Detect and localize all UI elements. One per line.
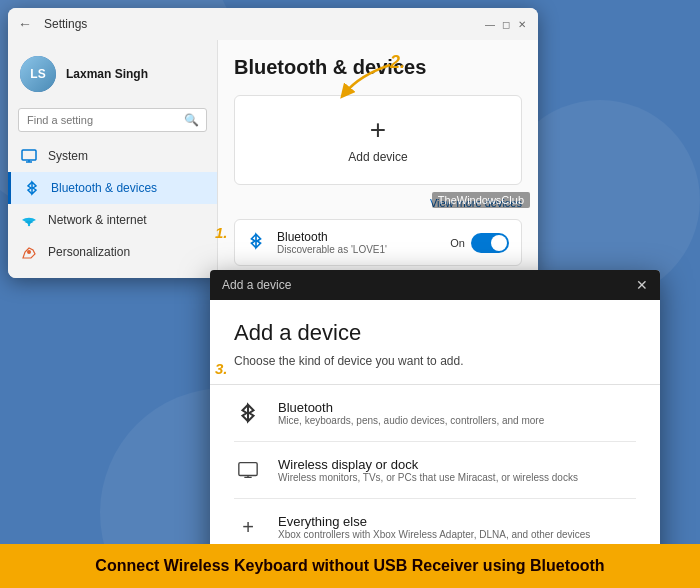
sidebar-item-network[interactable]: Network & internet [8,204,217,236]
step2-label: 2. [390,52,405,73]
banner-text: Connect Wireless Keyboard without USB Re… [95,557,604,575]
dialog-body: Add a device Choose the kind of device y… [210,300,660,575]
search-box: 🔍 [18,108,207,132]
network-icon [20,211,38,229]
dialog-wireless-icon [234,456,262,484]
bluetooth-on-label: On [450,237,465,249]
minimize-button[interactable]: ― [484,18,496,30]
sidebar-item-personalization[interactable]: Personalization [8,236,217,268]
sidebar-item-bluetooth-label: Bluetooth & devices [51,181,157,195]
bluetooth-icon [247,232,265,254]
add-device-card[interactable]: + Add device [234,95,522,185]
avatar: LS [20,56,56,92]
dialog-option-everything-info: Everything else Xbox controllers with Xb… [278,514,590,540]
svg-rect-0 [22,150,36,160]
add-device-label: Add device [348,150,407,164]
sidebar: LS Laxman Singh 🔍 System [8,40,218,278]
bluetooth-info: Bluetooth Discoverable as 'LOVE1' [277,230,438,255]
sidebar-item-apps-label: Apps [48,277,75,278]
wireless-option-title: Wireless display or dock [278,457,578,472]
bluetooth-option-desc: Mice, keyboards, pens, audio devices, co… [278,415,544,426]
dialog-option-bluetooth-info: Bluetooth Mice, keyboards, pens, audio d… [278,400,544,426]
back-button[interactable]: ← [18,16,32,32]
bluetooth-status: Discoverable as 'LOVE1' [277,244,438,255]
dialog-option-wireless-display[interactable]: Wireless display or dock Wireless monito… [234,442,636,499]
avatar-image: LS [20,56,56,92]
bluetooth-toggle-area: On [450,233,509,253]
svg-point-4 [27,250,31,254]
sidebar-item-personalization-label: Personalization [48,245,130,259]
bluetooth-row: Bluetooth Discoverable as 'LOVE1' On [234,219,522,266]
dialog-close-button[interactable]: ✕ [636,277,648,293]
dialog-titlebar: Add a device ✕ [210,270,660,300]
bluetooth-name: Bluetooth [277,230,438,244]
step3-label: 3. [215,360,228,377]
system-icon [20,147,38,165]
svg-point-3 [28,224,30,226]
main-content: Bluetooth & devices + Add device View mo… [218,40,538,278]
window-title: Settings [44,17,87,31]
dialog-everything-icon: + [234,513,262,541]
user-name: Laxman Singh [66,67,148,81]
settings-window: ← Settings ― ◻ ✕ LS Laxman Singh 🔍 [8,8,538,278]
title-bar: ← Settings ― ◻ ✕ [8,8,538,40]
everything-option-desc: Xbox controllers with Xbox Wireless Adap… [278,529,590,540]
dialog-heading: Add a device [234,320,636,346]
wireless-option-desc: Wireless monitors, TVs, or PCs that use … [278,472,578,483]
close-button[interactable]: ✕ [516,18,528,30]
sidebar-item-system-label: System [48,149,88,163]
sidebar-item-apps[interactable]: Apps [8,268,217,278]
bluetooth-nav-icon [23,179,41,197]
plus-icon: + [370,116,386,144]
maximize-button[interactable]: ◻ [500,18,512,30]
dialog-title: Add a device [222,278,291,292]
window-controls: ― ◻ ✕ [484,18,528,30]
sidebar-item-bluetooth[interactable]: Bluetooth & devices [8,172,217,204]
user-profile[interactable]: LS Laxman Singh [8,48,217,104]
bluetooth-toggle[interactable] [471,233,509,253]
personalization-icon [20,243,38,261]
page-title: Bluetooth & devices [234,56,522,79]
bottom-banner: Connect Wireless Keyboard without USB Re… [0,544,700,588]
sidebar-item-network-label: Network & internet [48,213,147,227]
search-icon: 🔍 [184,113,199,127]
apps-icon [20,275,38,278]
everything-option-title: Everything else [278,514,590,529]
add-device-dialog: Add a device ✕ Add a device Choose the k… [210,270,660,580]
toggle-knob [491,235,507,251]
dialog-bluetooth-icon [234,399,262,427]
dialog-option-bluetooth[interactable]: Bluetooth Mice, keyboards, pens, audio d… [234,385,636,442]
search-input[interactable] [18,108,207,132]
step1-label: 1. [215,224,228,241]
sidebar-item-system[interactable]: System [8,140,217,172]
watermark: TheWindowsClub [432,192,530,208]
dialog-subtitle: Choose the kind of device you want to ad… [234,354,636,368]
dialog-option-wireless-info: Wireless display or dock Wireless monito… [278,457,578,483]
bluetooth-option-title: Bluetooth [278,400,544,415]
svg-rect-10 [239,463,257,476]
